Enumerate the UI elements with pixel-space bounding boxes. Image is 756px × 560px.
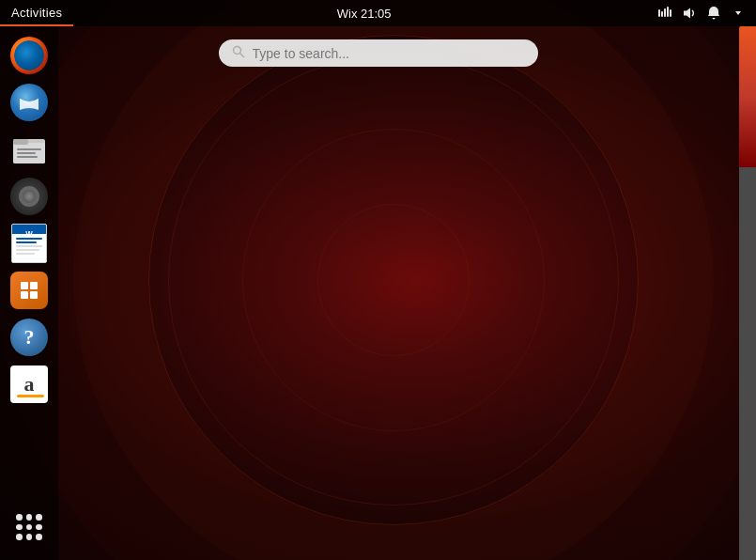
grid-dot [16, 514, 23, 521]
notifications-icon[interactable] [703, 3, 724, 23]
sidebar-item-files[interactable] [8, 128, 51, 171]
sidebar-item-writer[interactable]: W [8, 222, 51, 265]
search-container[interactable] [219, 39, 538, 67]
sidebar-item-help[interactable]: ? [8, 316, 51, 359]
grid-dot [36, 524, 42, 531]
sidebar-item-show-apps[interactable] [8, 506, 51, 549]
amazon-letter: a [24, 374, 35, 395]
svg-rect-2 [664, 8, 666, 17]
grid-dot [36, 534, 42, 540]
firefox-icon [10, 37, 48, 74]
search-input[interactable] [253, 46, 525, 61]
software-icon [10, 272, 48, 309]
clock-label: Wix 21:05 [337, 7, 392, 21]
svg-rect-0 [658, 9, 660, 17]
right-thumbnail[interactable] [739, 26, 756, 167]
speaker-icon[interactable] [679, 3, 700, 23]
svg-line-17 [239, 54, 244, 58]
grid-dot [26, 514, 33, 521]
grid-dot [16, 524, 23, 531]
svg-point-16 [233, 47, 240, 54]
rhythmbox-icon [10, 178, 48, 215]
system-menu-icon[interactable] [728, 3, 748, 23]
svg-rect-9 [17, 148, 41, 150]
search-icon [232, 45, 245, 61]
topbar: Activities Wix 21:05 [0, 0, 756, 26]
ubuntu-decoration [168, 54, 619, 506]
network-icon[interactable] [655, 3, 675, 23]
svg-rect-4 [670, 9, 671, 17]
svg-rect-15 [30, 291, 38, 299]
svg-rect-11 [17, 156, 38, 158]
sidebar-item-firefox[interactable] [8, 34, 51, 77]
amazon-icon: a [10, 366, 48, 403]
sidebar-item-rhythmbox[interactable] [8, 175, 51, 218]
grid-dot [36, 514, 42, 521]
sidebar-dock: W ? a [0, 26, 58, 560]
help-icon: ? [10, 319, 48, 356]
sidebar-item-thunderbird[interactable] [8, 81, 51, 124]
svg-rect-12 [21, 282, 28, 289]
topbar-right-area [655, 3, 756, 23]
grid-dot [26, 524, 33, 531]
svg-rect-8 [13, 139, 28, 145]
grid-dot [16, 534, 23, 540]
search-bar [219, 39, 538, 67]
svg-rect-3 [667, 7, 669, 17]
svg-rect-10 [17, 152, 36, 154]
right-scrollbar[interactable] [739, 167, 756, 560]
activities-button[interactable]: Activities [0, 0, 73, 26]
amazon-arrow [17, 395, 44, 397]
thunderbird-icon [10, 84, 48, 121]
topbar-clock: Wix 21:05 [73, 7, 655, 21]
svg-rect-14 [21, 291, 28, 299]
svg-rect-13 [30, 282, 38, 289]
files-icon [10, 131, 48, 168]
grid-dot [26, 534, 33, 540]
desktop: Activities Wix 21:05 [0, 0, 756, 560]
sidebar-item-amazon[interactable]: a [8, 363, 51, 406]
writer-icon: W [11, 224, 47, 263]
svg-rect-1 [661, 11, 663, 17]
sidebar-item-software[interactable] [8, 269, 51, 312]
grid-icon [10, 508, 48, 546]
